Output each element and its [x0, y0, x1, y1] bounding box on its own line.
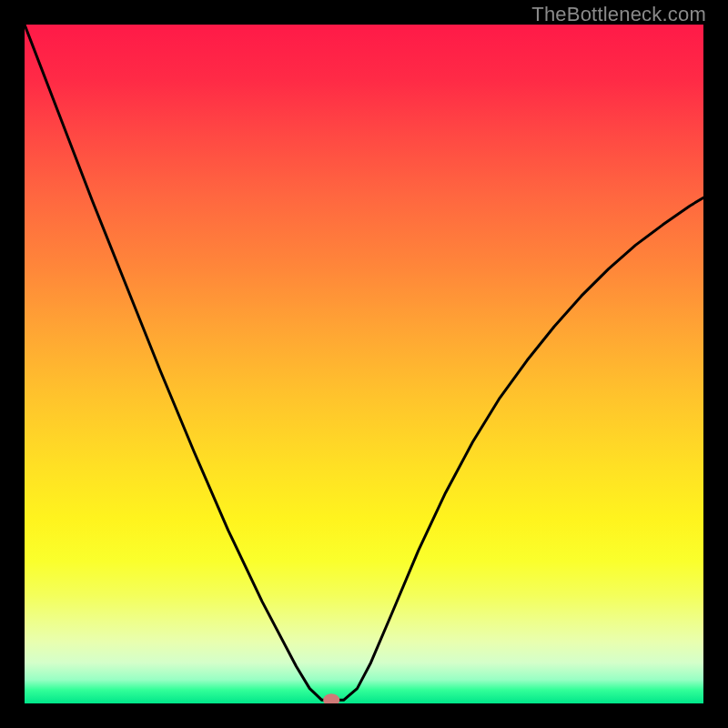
curve-layer [25, 25, 703, 703]
minimum-marker [323, 693, 339, 703]
chart-frame: TheBottleneck.com [0, 0, 728, 728]
bottleneck-curve [25, 25, 703, 700]
watermark-text: TheBottleneck.com [531, 3, 706, 26]
